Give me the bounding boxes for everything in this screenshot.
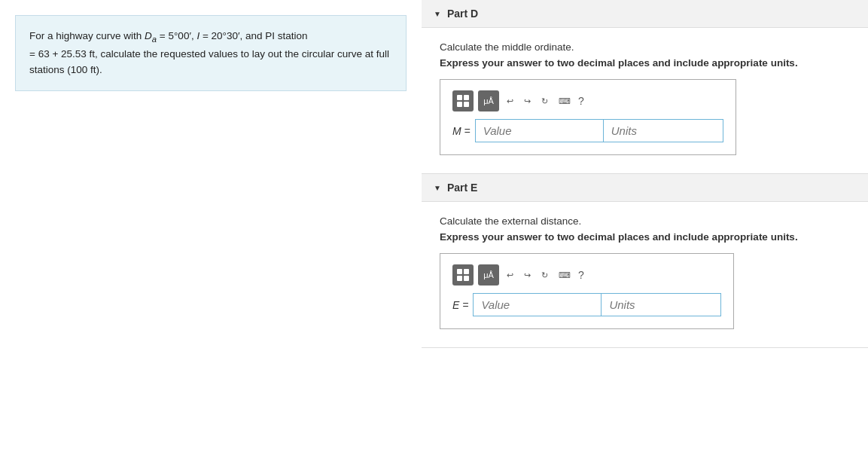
part-e-chevron-icon[interactable]: ▼ xyxy=(434,184,441,192)
svg-rect-1 xyxy=(464,95,469,100)
part-e-keyboard-button[interactable]: ⌨ xyxy=(556,269,574,282)
svg-rect-0 xyxy=(457,95,462,100)
part-d-content: Calculate the middle ordinate. Express y… xyxy=(422,28,868,173)
part-d-chevron-icon[interactable]: ▼ xyxy=(434,10,441,18)
part-e-units-input[interactable] xyxy=(601,293,721,316)
left-panel: For a highway curve with Da = 5°00′, I =… xyxy=(0,0,422,455)
part-d-refresh-icon: ↻ xyxy=(541,96,548,105)
part-e-mu-label: μÅ xyxy=(483,270,494,279)
part-e-undo-icon: ↩ xyxy=(507,270,513,279)
right-panel: ▼ Part D Calculate the middle ordinate. … xyxy=(422,0,868,455)
part-e-input-row: E = xyxy=(452,293,721,316)
part-d-units-input[interactable] xyxy=(603,119,723,142)
part-d-section: ▼ Part D Calculate the middle ordinate. … xyxy=(422,0,868,174)
svg-rect-5 xyxy=(464,269,469,274)
part-e-undo-button[interactable]: ↩ xyxy=(504,269,516,282)
problem-box: For a highway curve with Da = 5°00′, I =… xyxy=(15,15,407,91)
part-e-content: Calculate the external distance. Express… xyxy=(422,202,868,347)
part-d-keyboard-button[interactable]: ⌨ xyxy=(556,95,574,108)
svg-rect-7 xyxy=(464,276,469,281)
part-d-eq-label: M = xyxy=(452,125,471,137)
svg-rect-2 xyxy=(457,102,462,107)
part-e-instruction2: Express your answer to two decimal place… xyxy=(440,231,850,243)
part-d-instruction2: Express your answer to two decimal place… xyxy=(440,57,850,69)
part-d-undo-button[interactable]: ↩ xyxy=(504,95,516,108)
part-e-eq-label: E = xyxy=(452,299,468,311)
part-d-redo-button[interactable]: ↪ xyxy=(521,95,534,108)
svg-rect-4 xyxy=(457,269,462,274)
part-d-mu-label: μÅ xyxy=(483,96,494,105)
part-e-title: Part E xyxy=(447,182,477,194)
part-e-mu-button[interactable]: μÅ xyxy=(478,264,499,286)
part-d-help-icon[interactable]: ? xyxy=(578,95,584,107)
part-d-redo-icon: ↪ xyxy=(524,96,531,105)
part-d-value-input[interactable] xyxy=(475,119,603,142)
part-d-answer-box: μÅ ↩ ↪ ↻ ⌨ ? M xyxy=(440,79,736,155)
part-d-header[interactable]: ▼ Part D xyxy=(422,0,868,28)
part-e-value-input[interactable] xyxy=(473,293,601,316)
problem-text: For a highway curve with Da = 5°00′, I =… xyxy=(29,30,389,75)
part-e-refresh-button[interactable]: ↻ xyxy=(538,269,551,282)
part-e-toolbar: μÅ ↩ ↪ ↻ ⌨ ? xyxy=(452,264,721,286)
part-d-refresh-button[interactable]: ↻ xyxy=(538,95,551,108)
part-e-help-icon[interactable]: ? xyxy=(578,269,584,281)
part-e-header[interactable]: ▼ Part E xyxy=(422,174,868,202)
part-e-redo-button[interactable]: ↪ xyxy=(521,269,534,282)
part-e-keyboard-icon: ⌨ xyxy=(559,270,571,279)
part-e-answer-box: μÅ ↩ ↪ ↻ ⌨ ? E xyxy=(440,253,734,329)
part-e-redo-icon: ↪ xyxy=(524,270,531,279)
part-e-instruction1: Calculate the external distance. xyxy=(440,215,850,227)
part-d-input-row: M = xyxy=(452,119,723,142)
part-d-mu-button[interactable]: μÅ xyxy=(478,90,499,111)
part-d-instruction1: Calculate the middle ordinate. xyxy=(440,41,850,53)
part-d-matrix-button[interactable] xyxy=(452,90,474,111)
svg-rect-3 xyxy=(464,102,469,107)
part-d-keyboard-icon: ⌨ xyxy=(559,96,571,105)
svg-rect-6 xyxy=(457,276,462,281)
part-d-toolbar: μÅ ↩ ↪ ↻ ⌨ ? xyxy=(452,90,723,111)
part-d-undo-icon: ↩ xyxy=(507,96,513,105)
part-e-matrix-button[interactable] xyxy=(452,264,474,286)
part-e-refresh-icon: ↻ xyxy=(541,270,548,279)
part-d-title: Part D xyxy=(447,8,478,20)
part-e-section: ▼ Part E Calculate the external distance… xyxy=(422,174,868,348)
